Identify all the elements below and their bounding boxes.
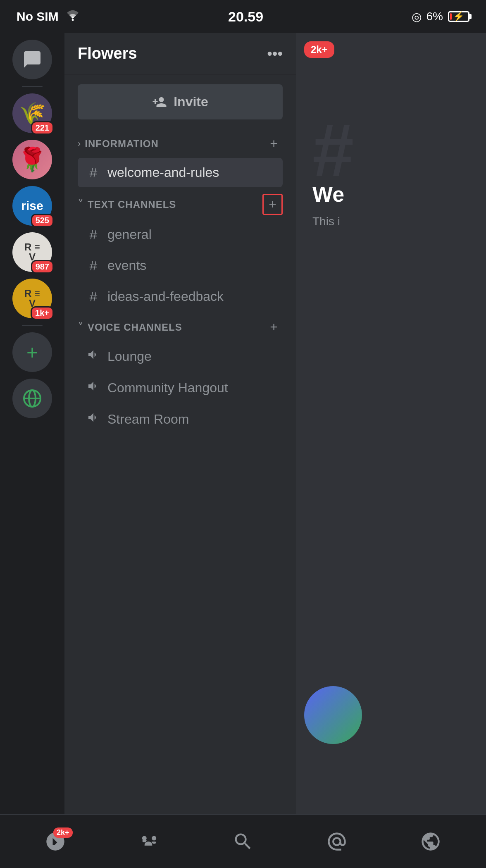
channel-header: Flowers ••• — [64, 33, 296, 74]
hash-icon-ideas: # — [86, 289, 101, 305]
channel-name-lounge: Lounge — [107, 349, 152, 364]
server-name: Flowers — [78, 45, 137, 62]
text-channels-section: ˅ TEXT CHANNELS + # general # events # i… — [64, 189, 296, 313]
carrier-label: No SIM — [17, 10, 59, 24]
server-add-button[interactable]: + — [12, 332, 52, 372]
channel-name-stream: Stream Room — [107, 412, 189, 427]
wifi-icon — [65, 10, 80, 24]
channel-name-general: general — [107, 227, 152, 242]
channel-name-ideas: ideas-and-feedback — [107, 289, 224, 304]
channel-ideas[interactable]: # ideas-and-feedback — [78, 282, 283, 311]
channel-lounge[interactable]: Lounge — [78, 341, 283, 371]
speaker-icon-lounge — [86, 348, 101, 365]
battery-percent: 6% — [426, 10, 443, 23]
right-panel-hash: # — [312, 107, 354, 193]
clock: 20.59 — [228, 9, 263, 25]
hash-icon-events: # — [86, 258, 101, 274]
server-browse-button[interactable] — [12, 379, 52, 418]
right-panel-badge: 2k+ — [304, 41, 334, 58]
right-panel-title: We — [312, 182, 344, 207]
channel-events[interactable]: # events — [78, 251, 283, 280]
invite-button[interactable]: Invite — [78, 84, 283, 119]
main-container: 🌾 221 🌹 rise 525 R ≡ V 987 R ≡ V 1k+ — [0, 33, 486, 827]
voice-channels-add-button[interactable]: + — [265, 318, 283, 336]
invite-label: Invite — [174, 94, 208, 110]
information-title: INFORMATION — [85, 138, 159, 150]
channel-name-events: events — [107, 258, 146, 273]
nav-profile[interactable] — [420, 831, 441, 852]
information-section: › INFORMATION + # welcome-and-rules — [64, 129, 296, 189]
right-panel-subtitle: This i — [312, 215, 340, 228]
server-list: 🌾 221 🌹 rise 525 R ≡ V 987 R ≡ V 1k+ — [0, 33, 64, 827]
channel-name-welcome: welcome-and-rules — [107, 165, 219, 180]
text-channels-add-button[interactable]: + — [262, 194, 283, 215]
information-section-header[interactable]: › INFORMATION + — [78, 129, 283, 158]
rise-label: rise — [21, 199, 43, 213]
nav-home-badge: 2k+ — [53, 827, 73, 838]
information-arrow: › — [78, 138, 81, 149]
location-icon: ◎ — [412, 10, 422, 24]
server-icon-chat[interactable] — [12, 40, 52, 79]
channel-panel: Flowers ••• Invite › INFORMATION + # wel… — [64, 33, 296, 827]
more-options-button[interactable]: ••• — [267, 45, 283, 62]
channel-name-hangout: Community Hangout — [107, 380, 228, 396]
server-icon-rv2[interactable]: R ≡ V 1k+ — [12, 279, 52, 318]
text-channels-arrow: ˅ — [78, 198, 83, 211]
voice-channels-arrow: ˅ — [78, 320, 83, 334]
battery-icon: ⚡ — [448, 11, 469, 22]
speaker-icon-hangout — [86, 379, 101, 396]
right-panel-avatar — [304, 686, 362, 744]
status-bar: No SIM 20.59 ◎ 6% ⚡ — [0, 0, 486, 33]
bottom-nav: 2k+ — [0, 814, 486, 868]
nav-search[interactable] — [232, 831, 254, 852]
server-divider — [22, 86, 43, 87]
speaker-icon-stream — [86, 411, 101, 427]
voice-channels-section: ˅ VOICE CHANNELS + Lounge — [64, 313, 296, 436]
voice-channels-title: VOICE CHANNELS — [88, 322, 182, 333]
voice-channels-section-header[interactable]: ˅ VOICE CHANNELS + — [78, 313, 283, 341]
svg-point-0 — [71, 19, 74, 21]
text-channels-section-header[interactable]: ˅ TEXT CHANNELS + — [78, 189, 283, 220]
channel-stream-room[interactable]: Stream Room — [78, 404, 283, 434]
nav-friends[interactable] — [138, 831, 160, 852]
channel-general[interactable]: # general — [78, 220, 283, 249]
information-add-button[interactable]: + — [265, 134, 283, 153]
server-icon-rise[interactable]: rise 525 — [12, 186, 52, 226]
server-divider-2 — [22, 325, 43, 326]
channel-community-hangout[interactable]: Community Hangout — [78, 373, 283, 403]
text-channels-title: TEXT CHANNELS — [88, 199, 176, 210]
nav-home[interactable]: 2k+ — [45, 831, 66, 852]
nav-mentions[interactable] — [326, 831, 348, 852]
server-badge-rise: 525 — [31, 214, 54, 227]
right-panel: 2k+ # We This i — [296, 33, 486, 827]
hash-icon-general: # — [86, 227, 101, 243]
server-icon-rose[interactable]: 🌹 — [12, 140, 52, 179]
server-badge-wheat: 221 — [31, 121, 54, 135]
status-left: No SIM — [17, 10, 80, 24]
status-right: ◎ 6% ⚡ — [412, 10, 469, 24]
server-icon-wheat[interactable]: 🌾 221 — [12, 93, 52, 133]
server-badge-rv2: 1k+ — [31, 306, 54, 320]
server-icon-rv1[interactable]: R ≡ V 987 — [12, 232, 52, 272]
hash-icon: # — [86, 165, 101, 181]
server-badge-rv1: 987 — [31, 260, 54, 274]
channel-welcome-and-rules[interactable]: # welcome-and-rules — [78, 158, 283, 187]
